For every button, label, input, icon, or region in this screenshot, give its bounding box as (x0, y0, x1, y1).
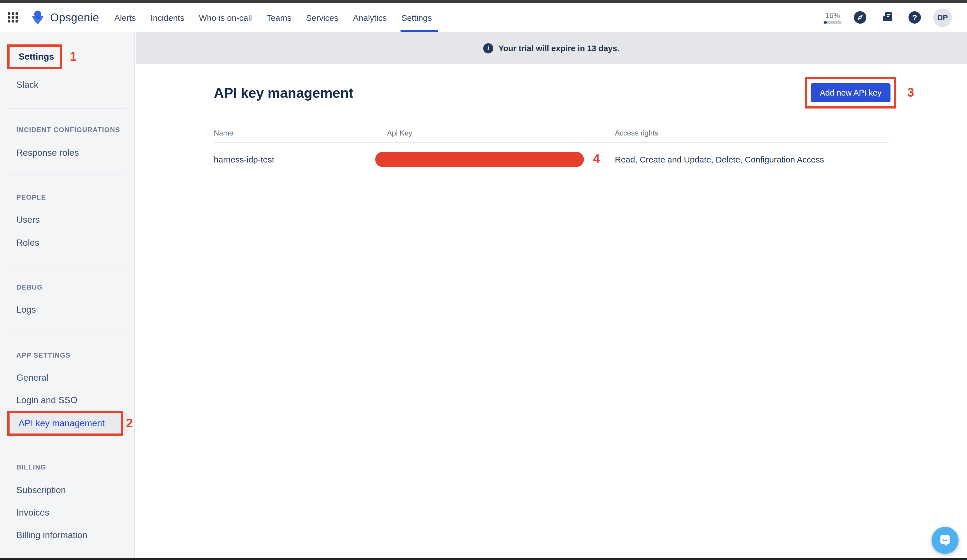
brand-wordmark: Opsgenie (50, 11, 99, 24)
settings-sidebar: Settings 1 Slack INCIDENT CONFIGURATIONS… (0, 32, 135, 560)
nav-tab-who-is-on-call[interactable]: Who is on-call (191, 3, 259, 32)
sidebar-item-login-and-sso[interactable]: Login and SSO (0, 389, 134, 412)
opsgenie-logo[interactable]: Opsgenie (30, 10, 99, 25)
info-icon: i (483, 43, 493, 53)
sidebar-item-api-key-management[interactable]: API key management (7, 411, 123, 436)
chat-launcher-button[interactable] (932, 527, 959, 554)
annotation-2: 2 (126, 417, 133, 430)
trial-usage-meter[interactable]: 16% (823, 11, 842, 24)
sidebar-item-subscription[interactable]: Subscription (0, 479, 134, 502)
sidebar-item-invoices[interactable]: Invoices (0, 502, 134, 524)
release-notes-icon (881, 10, 894, 23)
app-switcher-grid-icon[interactable] (8, 12, 18, 23)
help-icon: ? (912, 13, 917, 21)
top-navbar: Opsgenie Alerts Incidents Who is on-call… (0, 3, 967, 32)
nav-tab-teams[interactable]: Teams (259, 3, 299, 32)
sidebar-item-settings[interactable]: Settings (7, 44, 62, 69)
trial-banner: i Your trial will expire in 13 days. (135, 32, 967, 64)
explore-button[interactable] (854, 11, 866, 24)
screen-bottom-edge (0, 558, 967, 560)
trial-banner-text: Your trial will expire in 13 days. (498, 44, 619, 53)
sidebar-divider (9, 449, 127, 449)
main-content: i Your trial will expire in 13 days. API… (135, 32, 967, 560)
access-rights-cell: Read, Create and Update, Delete, Configu… (615, 154, 889, 164)
screen-top-edge (0, 0, 967, 3)
navbar-right: 16% ? DP (823, 3, 952, 32)
whats-new-button[interactable] (881, 10, 894, 25)
nav-tab-incidents[interactable]: Incidents (143, 3, 191, 32)
annotation-3: 3 (908, 87, 914, 99)
sidebar-item-response-roles[interactable]: Response roles (0, 142, 134, 164)
nav-tab-services[interactable]: Services (299, 3, 346, 32)
sidebar-api-key-label: API key management (18, 418, 105, 428)
usage-progress-bar (823, 21, 842, 24)
sidebar-section-people: PEOPLE (17, 193, 134, 202)
opsgenie-logo-icon (30, 10, 45, 25)
sidebar-item-users[interactable]: Users (0, 209, 134, 231)
column-header-api-key: Api Key (387, 129, 615, 137)
api-key-redaction-bar (375, 152, 584, 167)
sidebar-section-app-settings: APP SETTINGS (17, 351, 134, 360)
nav-tab-alerts[interactable]: Alerts (107, 3, 143, 32)
api-key-page: API key management Add new API key 3 Nam… (135, 64, 967, 175)
sidebar-section-incident-configurations: INCIDENT CONFIGURATIONS (17, 125, 134, 134)
compass-icon (854, 11, 866, 24)
table-header-row: Name Api Key Access rights (214, 129, 889, 143)
navbar-left: Opsgenie Alerts Incidents Who is on-call… (8, 3, 439, 32)
sidebar-section-billing: BILLING (17, 463, 134, 472)
user-avatar[interactable]: DP (933, 8, 952, 27)
sidebar-item-slack[interactable]: Slack (0, 74, 134, 96)
annotation-box-3: Add new API key 3 (805, 77, 896, 109)
page-header-row: API key management Add new API key 3 (214, 77, 889, 109)
primary-nav: Alerts Incidents Who is on-call Teams Se… (107, 3, 439, 32)
table-row[interactable]: harness-idp-test 4 Read, Create and Upda… (214, 143, 889, 175)
sidebar-divider (9, 265, 127, 265)
sidebar-item-logs[interactable]: Logs (0, 298, 134, 321)
help-button[interactable]: ? (909, 11, 921, 24)
api-keys-table: Name Api Key Access rights harness-idp-t… (214, 129, 889, 175)
column-header-name: Name (214, 129, 387, 137)
sidebar-divider (9, 175, 127, 175)
sidebar-item-roles[interactable]: Roles (0, 232, 134, 254)
api-key-value-cell: 4 (387, 152, 615, 167)
sidebar-divider (9, 333, 127, 333)
sidebar-section-debug: DEBUG (17, 283, 134, 292)
nav-tab-settings[interactable]: Settings (394, 3, 439, 32)
sidebar-divider (9, 108, 127, 109)
sidebar-settings-label: Settings (18, 52, 54, 62)
annotation-4: 4 (593, 153, 600, 165)
annotation-1: 1 (70, 51, 77, 63)
usage-percent-label: 16% (825, 11, 840, 20)
page-title: API key management (214, 85, 353, 101)
nav-tab-analytics[interactable]: Analytics (346, 3, 394, 32)
column-header-access-rights: Access rights (615, 129, 889, 137)
add-new-api-key-button[interactable]: Add new API key (811, 83, 891, 102)
chat-bubble-icon (938, 533, 952, 548)
api-key-name-cell: harness-idp-test (214, 154, 387, 164)
app-window: Opsgenie Alerts Incidents Who is on-call… (0, 0, 967, 560)
sidebar-item-billing-information[interactable]: Billing information (0, 524, 134, 547)
sidebar-item-general[interactable]: General (0, 367, 134, 389)
